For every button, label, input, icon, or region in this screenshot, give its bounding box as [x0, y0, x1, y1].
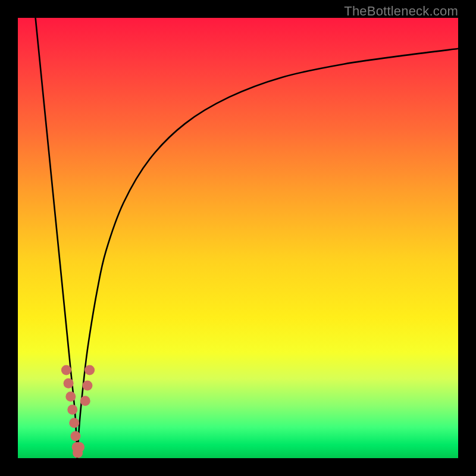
highlight-marker: [74, 442, 84, 452]
highlight-marker: [70, 431, 80, 441]
highlight-marker: [84, 365, 95, 375]
chart-frame: TheBottleneck.com: [0, 0, 476, 476]
highlight-marker: [67, 405, 77, 415]
highlight-marker: [64, 378, 74, 389]
highlight-marker: [61, 365, 71, 375]
marker-layer: [61, 365, 95, 458]
highlight-marker: [82, 380, 92, 390]
highlight-marker: [80, 396, 90, 406]
series-right-branch: [77, 49, 458, 458]
curve-layer: [36, 18, 458, 458]
highlight-marker: [65, 392, 76, 402]
highlight-marker: [69, 418, 79, 428]
chart-svg: [0, 0, 476, 476]
